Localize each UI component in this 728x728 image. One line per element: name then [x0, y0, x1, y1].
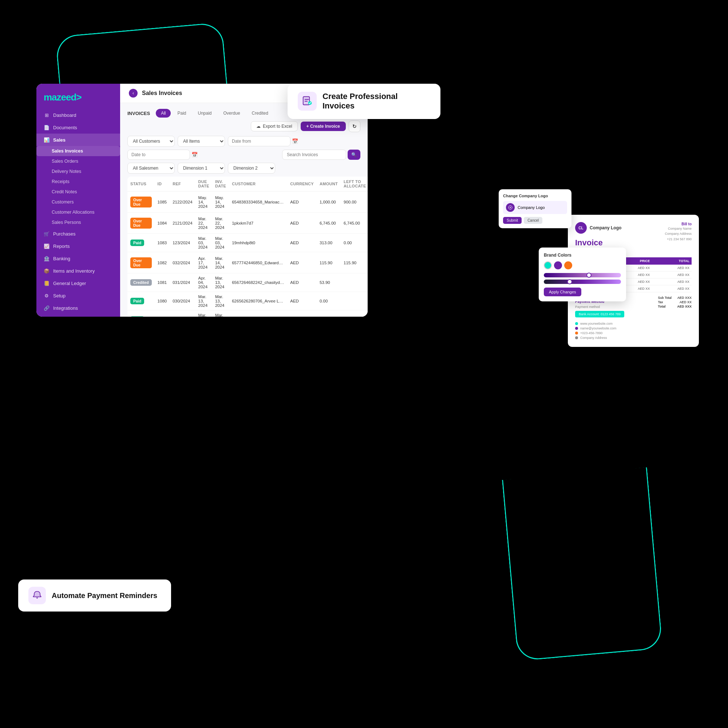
slider-track-dark	[544, 280, 621, 284]
documents-icon: 📄	[44, 124, 49, 130]
tab-all[interactable]: All	[156, 109, 171, 118]
search-button[interactable]: 🔍	[348, 150, 360, 160]
sidebar-subitem-customer-allocations[interactable]: Customer Allocations	[37, 207, 120, 217]
tab-overdue[interactable]: Overdue	[219, 109, 245, 118]
col-id: ID	[155, 177, 170, 191]
dimension1-filter[interactable]: Dimension 1	[177, 163, 225, 174]
logo-arrow: >	[76, 92, 81, 102]
cell-id: 1081	[155, 273, 170, 292]
sidebar-item-manage-import[interactable]: ⬆ Manage Import	[37, 314, 120, 317]
invoice-doc-title: Invoice	[575, 238, 621, 248]
table-row[interactable]: Over Due 1082 032/2024 Apr. 17, 2024 Mar…	[127, 252, 368, 273]
sidebar-subitem-customers[interactable]: Customers	[37, 197, 120, 207]
sidebar-subitem-delivery-notes[interactable]: Delivery Notes	[37, 166, 120, 177]
salesmen-filter[interactable]: All Salesmen	[127, 163, 175, 174]
color-slider-1[interactable]	[544, 273, 621, 277]
payment-method-section: Payment Method Payment method Bank Accou…	[575, 300, 624, 317]
col-customer: CUSTOMER	[229, 177, 287, 191]
banking-icon: 🏦	[44, 255, 49, 262]
logo-cancel-button[interactable]: Cancel	[524, 217, 542, 224]
date-to-input[interactable]	[127, 150, 190, 160]
sidebar-subitem-sales-orders[interactable]: Sales Orders	[37, 156, 120, 166]
cell-inv-date: May. 14, 2024	[212, 191, 229, 213]
back-button[interactable]: ‹	[129, 89, 138, 98]
slider-thumb-2[interactable]	[567, 279, 572, 284]
col-currency: CURRENCY	[287, 177, 317, 191]
sidebar-subitem-credit-notes[interactable]: Credit Notes	[37, 187, 120, 197]
sidebar-item-purchases[interactable]: 🛒 Purchases	[37, 228, 120, 240]
footer-text: name@yourwebsite.com	[580, 327, 616, 330]
sidebar-item-items[interactable]: 📦 Items and Inventory	[37, 265, 120, 277]
logo-submit-button[interactable]: Submit	[503, 217, 522, 224]
cell-left: 115.90	[341, 252, 368, 273]
logo-popup-buttons: Submit Cancel	[503, 217, 567, 224]
footer-dot	[575, 332, 578, 335]
feature-card-invoices: Create Professional Invoices	[288, 84, 440, 119]
items-filter[interactable]: All Items	[177, 136, 225, 147]
cell-status: Paid	[127, 310, 155, 317]
cell-customer: 1pkxkm7d7	[229, 213, 287, 234]
sidebar-label-setup: Setup	[53, 293, 66, 298]
tab-unpaid[interactable]: Unpaid	[193, 109, 217, 118]
color-slider-2[interactable]	[544, 280, 621, 284]
search-input[interactable]	[282, 150, 346, 160]
cell-inv-date: Mar. 03, 2024	[212, 234, 229, 252]
sidebar-subitem-sales-invoices[interactable]: Sales Invoices	[37, 146, 120, 156]
item-total: AED XX	[652, 278, 691, 285]
col-left-to-allocate: LEFT TO ALLOCATE	[341, 177, 368, 191]
footer-dot	[575, 336, 578, 339]
refresh-button[interactable]: ↻	[349, 121, 360, 132]
sidebar-subitem-receipts[interactable]: Receipts	[37, 177, 120, 187]
sidebar-item-ledger[interactable]: 📒 General Ledger	[37, 277, 120, 289]
export-button[interactable]: ☁ Export to Excel	[251, 121, 298, 132]
table-row[interactable]: Over Due 1085 2122/2024 May. 14, 2024 Ma…	[127, 191, 368, 213]
sidebar-subitem-sales-persons[interactable]: Sales Persons	[37, 217, 120, 228]
table-row[interactable]: Paid 1080 030/2024 Mar. 13, 2024 Mar. 13…	[127, 292, 368, 310]
table-row[interactable]: Paid 1079 029/2024 Mar. 11, 2024 Mar. 11…	[127, 310, 368, 317]
sidebar-item-setup[interactable]: ⚙ Setup	[37, 289, 120, 302]
footer-text: Company Address	[580, 336, 607, 340]
page-title: Sales Invoices	[142, 90, 182, 96]
apply-changes-button[interactable]: Apply Changes	[544, 288, 581, 296]
table-row[interactable]: Over Due 1084 2121/2024 Mar. 22, 2024 Ma…	[127, 213, 368, 234]
cell-status: Over Due	[127, 213, 155, 234]
cell-amount: 115.90	[317, 252, 341, 273]
sidebar-item-documents[interactable]: 📄 Documents	[37, 121, 120, 134]
color-swatch-orange[interactable]	[564, 262, 572, 269]
customers-filter[interactable]: All Customers	[127, 136, 175, 147]
item-total: AED XX	[652, 285, 691, 292]
cell-currency: AED	[287, 213, 317, 234]
sidebar-item-banking[interactable]: 🏦 Banking	[37, 252, 120, 265]
sidebar-item-reports[interactable]: 📈 Reports	[37, 240, 120, 252]
setup-icon: ⚙	[44, 293, 49, 298]
brand-colors-title: Brand Colors	[544, 252, 621, 258]
color-swatch-purple[interactable]	[554, 262, 562, 269]
export-label: Export to Excel	[263, 124, 292, 129]
sidebar-item-dashboard[interactable]: ⊞ Dashboard	[37, 109, 120, 121]
logo-company-row: Company Logo	[503, 201, 567, 214]
invoice-company-name: Company Logo	[590, 225, 621, 230]
sidebar-label-reports: Reports	[53, 243, 70, 249]
slider-thumb-1[interactable]	[586, 273, 592, 278]
invoice-bill-to: Bill to Company Name Company Address +21…	[665, 222, 691, 252]
color-swatch-teal[interactable]	[544, 262, 552, 269]
sidebar-item-integrations[interactable]: 🔗 Integrations	[37, 302, 120, 314]
reports-icon: 📈	[44, 243, 49, 249]
create-invoice-button[interactable]: + Create Invoice	[301, 122, 346, 131]
tab-credited[interactable]: Credited	[247, 109, 273, 118]
cell-left	[341, 273, 368, 292]
item-col-total: TOTAL	[652, 257, 691, 265]
table-row[interactable]: Paid 1083 123/2024 Mar. 03, 2024 Mar. 03…	[127, 234, 368, 252]
cell-inv-date: Mar. 22, 2024	[212, 213, 229, 234]
cell-customer: 6556559671554_sandrag h2 sandra	[229, 310, 287, 317]
total-value: AED XXX	[677, 305, 691, 308]
date-from-input[interactable]	[228, 136, 291, 146]
sidebar-sublabel-customer-allocations: Customer Allocations	[52, 210, 94, 215]
bank-account-button[interactable]: Bank Account: 0123 456 789	[575, 311, 624, 317]
tab-paid[interactable]: Paid	[172, 109, 191, 118]
cell-due-date: Mar. 22, 2024	[196, 213, 212, 234]
dimension2-filter[interactable]: Dimension 2	[228, 163, 275, 174]
sidebar-item-sales[interactable]: 📊 Sales	[37, 134, 120, 146]
table-row[interactable]: Credited 1081 031/2024 Apr. 04, 2024 Mar…	[127, 273, 368, 292]
cloud-icon: ☁	[256, 124, 261, 129]
